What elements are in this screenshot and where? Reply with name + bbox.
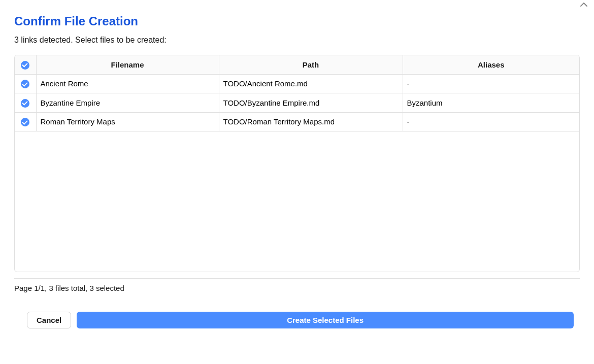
cell-aliases: - xyxy=(403,74,579,93)
create-selected-files-button[interactable]: Create Selected Files xyxy=(77,312,574,328)
cell-filename: Byzantine Empire xyxy=(36,93,219,113)
status-text: Page 1/1, 3 files total, 3 selected xyxy=(14,284,580,292)
modal-title: Confirm File Creation xyxy=(14,14,580,28)
header-select-all[interactable] xyxy=(15,55,36,74)
cell-filename: Ancient Rome xyxy=(36,74,219,93)
cell-path: TODO/Ancient Rome.md xyxy=(219,74,403,93)
table-row: Roman Territory Maps TODO/Roman Territor… xyxy=(15,112,579,131)
cancel-button[interactable]: Cancel xyxy=(27,312,71,328)
confirm-file-creation-modal: Confirm File Creation 3 links detected. … xyxy=(0,0,594,343)
check-icon[interactable] xyxy=(21,99,29,108)
divider xyxy=(14,278,580,279)
row-checkbox[interactable] xyxy=(15,112,36,131)
cell-filename: Roman Territory Maps xyxy=(36,112,219,131)
modal-subtitle: 3 links detected. Select files to be cre… xyxy=(14,36,580,45)
table-row: Ancient Rome TODO/Ancient Rome.md - xyxy=(15,74,579,93)
check-icon[interactable] xyxy=(21,118,29,126)
cell-aliases: - xyxy=(403,112,579,131)
header-filename: Filename xyxy=(36,55,219,74)
cell-aliases: Byzantium xyxy=(403,93,579,113)
check-icon[interactable] xyxy=(21,80,29,88)
table-row: Byzantine Empire TODO/Byzantine Empire.m… xyxy=(15,93,579,113)
row-checkbox[interactable] xyxy=(15,93,36,113)
header-path: Path xyxy=(219,55,403,74)
check-icon[interactable] xyxy=(21,61,29,70)
row-checkbox[interactable] xyxy=(15,74,36,93)
cell-path: TODO/Byzantine Empire.md xyxy=(219,93,403,113)
header-aliases: Aliases xyxy=(403,55,579,74)
file-table-wrapper: Filename Path Aliases Ancient Rome TODO/… xyxy=(14,55,580,272)
cell-path: TODO/Roman Territory Maps.md xyxy=(219,112,403,131)
file-table: Filename Path Aliases Ancient Rome TODO/… xyxy=(15,55,579,131)
close-icon[interactable] xyxy=(579,1,589,8)
button-row: Cancel Create Selected Files xyxy=(14,312,580,328)
